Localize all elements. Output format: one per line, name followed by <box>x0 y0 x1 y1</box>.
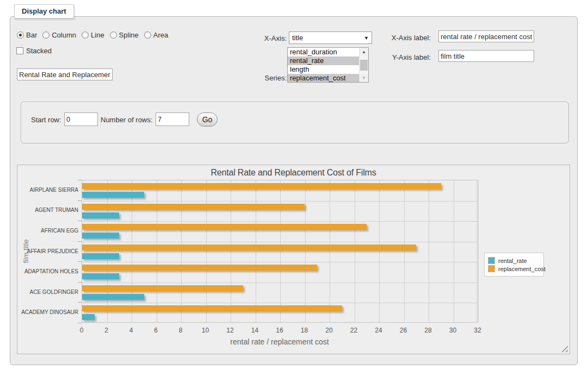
start-row-input[interactable] <box>64 112 98 126</box>
gridline <box>82 262 477 262</box>
bar-replacement_cost <box>82 305 342 311</box>
chart-title: Rental Rate and Replacement Cost of Film… <box>17 168 570 178</box>
bar-replacement_cost <box>82 224 367 230</box>
x-tick-label: 14 <box>247 327 263 334</box>
y-tick <box>78 302 82 303</box>
category-label: ADAPTATION HOLES <box>21 268 78 275</box>
plot-area <box>82 180 478 323</box>
series-listbox[interactable]: rental_durationrental_ratelengthreplacem… <box>287 47 369 83</box>
y-tick <box>78 221 82 221</box>
gridline <box>429 180 429 322</box>
series-select-label: Series: <box>240 74 287 82</box>
series-option-rental_rate[interactable]: rental_rate <box>288 57 359 65</box>
category-label: AFRICAN EGG <box>21 228 78 234</box>
gridline <box>478 180 479 322</box>
y-tick <box>78 200 82 201</box>
x-tick-label: 18 <box>296 327 313 334</box>
number-of-rows-label: Number of rows: <box>101 116 152 124</box>
scroll-down-icon[interactable]: ▼ <box>360 74 368 82</box>
x-tick-label: 28 <box>420 327 436 334</box>
chevron-down-icon: ▼ <box>364 35 369 41</box>
radio-bar[interactable] <box>17 32 24 39</box>
y-tick <box>78 323 82 323</box>
x-tick-label: 0 <box>73 327 90 334</box>
legend-swatch <box>488 257 495 264</box>
x-tick-label: 12 <box>222 327 238 334</box>
chart-type-radios: BarColumnLineSplineArea <box>17 31 174 39</box>
x-axis-select[interactable]: title ▼ <box>289 32 372 44</box>
stacked-option[interactable]: Stacked <box>16 47 52 55</box>
radio-column[interactable] <box>42 32 49 39</box>
panel-title: Display chart <box>14 4 74 18</box>
gridline <box>157 180 157 322</box>
legend-label: rental_rate <box>498 258 527 264</box>
scrollbar-thumb[interactable] <box>360 60 368 71</box>
series-options: rental_durationrental_ratelengthreplacem… <box>288 48 359 82</box>
radio-label-line: Line <box>91 31 104 39</box>
go-button[interactable]: Go <box>197 112 218 127</box>
x-tick-label: 10 <box>197 327 214 334</box>
bar-replacement_cost <box>82 244 416 250</box>
y-tick <box>78 241 82 242</box>
y-axis-label-input[interactable] <box>438 50 534 62</box>
legend-item-replacement_cost: replacement_cost <box>488 265 540 272</box>
y-tick <box>78 261 82 262</box>
stacked-checkbox[interactable] <box>16 47 23 54</box>
gridline <box>132 180 132 322</box>
gridline <box>206 180 207 322</box>
x-tick-label: 26 <box>395 327 412 334</box>
chart-type-option-line[interactable]: Line <box>82 31 104 39</box>
scroll-up-icon[interactable]: ▲ <box>360 48 368 56</box>
legend-item-rental_rate: rental_rate <box>488 257 540 264</box>
stacked-label: Stacked <box>26 47 52 55</box>
radio-line[interactable] <box>82 32 89 39</box>
category-label: AGENT TRUMAN <box>21 207 78 214</box>
radio-label-spline: Spline <box>119 31 139 39</box>
x-axis-label-input[interactable] <box>438 30 534 42</box>
series-option-rental_duration[interactable]: rental_duration <box>288 48 359 57</box>
gridline <box>256 180 256 322</box>
radio-spline[interactable] <box>110 32 117 39</box>
chart-type-option-column[interactable]: Column <box>42 31 76 39</box>
display-chart-panel: Display chart BarColumnLineSplineArea St… <box>10 16 578 365</box>
number-of-rows-input[interactable] <box>156 112 189 126</box>
x-tick-label: 8 <box>172 327 189 334</box>
x-axis-select-label: X-Axis: <box>240 34 287 42</box>
chart-type-option-spline[interactable]: Spline <box>110 31 139 39</box>
x-tick-label: 24 <box>370 327 387 334</box>
gridline <box>454 180 454 322</box>
gridline <box>305 180 306 322</box>
radio-area[interactable] <box>144 32 151 39</box>
category-label: AIRPLANE SIERRA <box>21 187 78 193</box>
gridline <box>82 283 477 283</box>
chart-title-input[interactable] <box>17 68 113 80</box>
radio-label-bar: Bar <box>26 31 37 39</box>
gridline <box>404 180 405 322</box>
gridline <box>107 180 108 322</box>
y-axis-label-label: Y-Axis label: <box>384 53 431 61</box>
bar-rental_rate <box>82 192 144 198</box>
series-scrollbar[interactable]: ▲ ▼ <box>359 48 368 82</box>
bar-rental_rate <box>82 253 119 259</box>
series-option-length[interactable]: length <box>288 65 359 74</box>
gridline <box>280 180 281 322</box>
bar-rental_rate <box>82 294 144 300</box>
x-tick-label: 20 <box>321 327 337 334</box>
x-tick-label: 32 <box>469 327 486 334</box>
row-controls-panel: Start row: Number of rows: Go <box>21 102 569 143</box>
bar-replacement_cost <box>82 265 317 271</box>
page: Display chart BarColumnLineSplineArea St… <box>0 0 588 370</box>
gridline <box>82 242 477 242</box>
gridline <box>355 180 355 322</box>
x-tick-label: 22 <box>346 327 362 334</box>
bar-replacement_cost <box>82 204 305 210</box>
chart-type-option-area[interactable]: Area <box>144 31 168 39</box>
gridline <box>82 201 477 202</box>
x-tick-label: 6 <box>148 327 164 334</box>
chart-container: Rental Rate and Replacement Cost of Film… <box>17 165 570 354</box>
series-option-replacement_cost[interactable]: replacement_cost <box>288 74 359 83</box>
bar-rental_rate <box>82 314 95 320</box>
chart-type-option-bar[interactable]: Bar <box>17 31 37 39</box>
category-label: AFFAIR PREJUDICE <box>21 248 78 255</box>
resize-handle-icon[interactable] <box>561 346 568 352</box>
